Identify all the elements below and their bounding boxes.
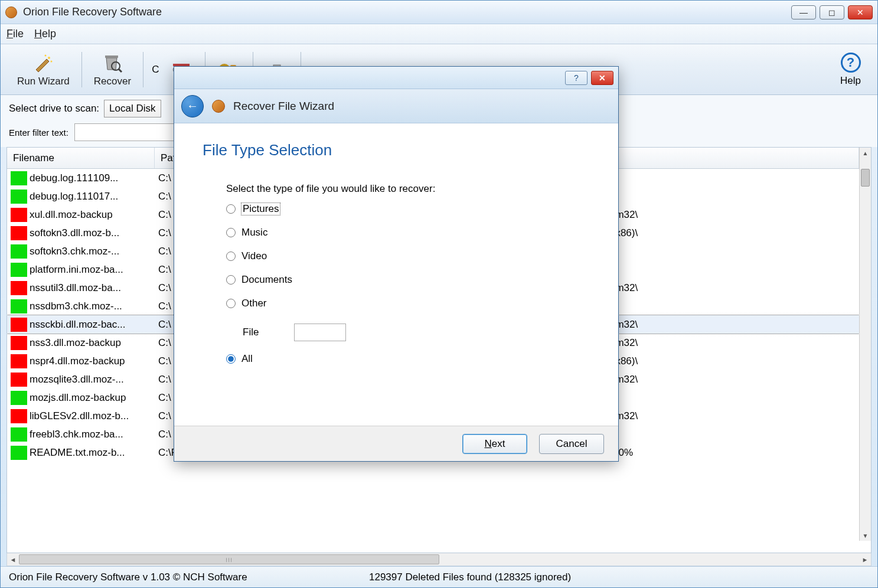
scroll-down-icon[interactable]: ▼ — [860, 530, 871, 541]
file-ext-input[interactable] — [294, 324, 346, 341]
radio-video-row[interactable]: Video — [226, 250, 585, 262]
drive-select[interactable]: Local Disk — [104, 100, 161, 117]
dialog-help-button[interactable]: ? — [565, 71, 587, 85]
file-ext-label: File — [243, 326, 259, 338]
radio-music-label: Music — [241, 227, 267, 239]
app-icon — [5, 6, 17, 18]
statusbar: Orion File Recovery Software v 1.03 © NC… — [1, 566, 877, 587]
radio-documents-label: Documents — [241, 274, 292, 286]
svg-point-0 — [48, 57, 50, 59]
radio-all-label: All — [241, 353, 253, 365]
scroll-left-icon[interactable]: ◄ — [7, 553, 19, 566]
status-count: 129397 Deleted Files found (128325 ignor… — [369, 571, 571, 583]
arrow-left-icon: ← — [187, 99, 198, 113]
cell-filename: nssckbi.dll.moz-bac... — [30, 319, 126, 331]
menu-file[interactable]: File — [6, 28, 24, 40]
radio-pictures[interactable] — [226, 204, 236, 214]
toolbar-divider — [81, 52, 82, 87]
minimize-button[interactable]: — — [791, 5, 816, 19]
radio-all-row[interactable]: All — [226, 353, 585, 365]
cell-filename: mozjs.dll.moz-backup — [30, 392, 126, 404]
hscroll-thumb[interactable]: ⁞⁞⁞ — [19, 554, 439, 564]
cell-filename: mozsqlite3.dll.moz-... — [30, 374, 124, 386]
cell-filename: platform.ini.moz-ba... — [30, 264, 123, 276]
filter-label: Enter filter text: — [9, 128, 68, 138]
dialog-heading: File Type Selection — [203, 141, 585, 159]
status-icon — [11, 373, 27, 387]
close-button[interactable]: ✕ — [848, 5, 873, 19]
dialog-body: File Type Selection Select the type of f… — [174, 123, 618, 426]
scroll-right-icon[interactable]: ► — [859, 553, 871, 566]
status-icon — [11, 208, 27, 222]
dialog-app-icon — [212, 100, 225, 113]
radio-video[interactable] — [226, 251, 236, 261]
run-wizard-label: Run Wizard — [17, 76, 70, 87]
cancel-button[interactable]: Cancel — [539, 434, 604, 454]
window-title: Orion File Recovery Software — [23, 6, 791, 18]
th-filename[interactable]: Filename — [7, 148, 155, 168]
radio-documents-row[interactable]: Documents — [226, 274, 585, 286]
scroll-thumb[interactable] — [861, 169, 870, 187]
status-icon — [11, 409, 27, 423]
dialog-title: Recover File Wizard — [233, 100, 334, 113]
next-button[interactable]: Next — [462, 434, 527, 454]
recover-button[interactable]: Recover — [83, 48, 142, 91]
radio-other[interactable] — [226, 299, 236, 308]
svg-point-2 — [51, 60, 53, 62]
cell-filename: nss3.dll.moz-backup — [30, 337, 121, 349]
status-icon — [11, 281, 27, 295]
status-icon — [11, 263, 27, 277]
status-version: Orion File Recovery Software v 1.03 © NC… — [9, 571, 369, 583]
radio-all[interactable] — [226, 354, 236, 364]
status-icon — [11, 244, 27, 259]
cell-filename: README.txt.moz-b... — [30, 447, 125, 459]
cell-filename: xul.dll.moz-backup — [30, 209, 113, 221]
menu-help[interactable]: Help — [34, 28, 56, 40]
svg-rect-7 — [173, 64, 190, 66]
horizontal-scrollbar[interactable]: ◄ ⁞⁞⁞ ► — [6, 553, 872, 566]
cell-filename: nspr4.dll.moz-backup — [30, 355, 125, 367]
menubar: File Help — [1, 24, 877, 44]
radio-music[interactable] — [226, 228, 236, 237]
radio-pictures-row[interactable]: Pictures — [226, 203, 585, 215]
status-icon — [11, 190, 27, 204]
cell-filename: softokn3.chk.moz-... — [30, 246, 119, 257]
select-drive-label: Select drive to scan: — [9, 103, 99, 115]
svg-point-1 — [45, 54, 47, 56]
cell-filename: nssutil3.dll.moz-ba... — [30, 282, 121, 294]
back-button[interactable]: ← — [181, 95, 204, 117]
svg-line-5 — [119, 69, 122, 72]
status-icon — [11, 318, 27, 332]
status-icon — [11, 446, 27, 460]
status-icon — [11, 171, 27, 185]
status-icon — [11, 299, 27, 313]
radio-other-row[interactable]: Other — [226, 298, 585, 309]
run-wizard-button[interactable]: Run Wizard — [6, 48, 80, 91]
status-icon — [11, 427, 27, 442]
svg-rect-3 — [105, 55, 118, 58]
partial-button-c: C — [145, 64, 159, 76]
vertical-scrollbar[interactable]: ▲ ▼ — [859, 148, 871, 541]
dialog-footer: Next Cancel — [174, 426, 618, 461]
status-icon — [11, 391, 27, 405]
toolbar-divider — [143, 52, 143, 87]
dialog-header: ← Recover File Wizard — [174, 89, 618, 123]
scroll-up-icon[interactable]: ▲ — [860, 148, 871, 158]
status-icon — [11, 336, 27, 350]
cell-filename: libGLESv2.dll.moz-b... — [30, 410, 129, 422]
help-button[interactable]: ? Help — [830, 49, 872, 90]
dialog-prompt: Select the type of file you would like t… — [226, 183, 585, 195]
radio-music-row[interactable]: Music — [226, 227, 585, 239]
radio-pictures-label: Pictures — [241, 203, 280, 215]
cell-filename: softokn3.dll.moz-b... — [30, 227, 119, 239]
status-icon — [11, 354, 27, 368]
dialog-titlebar: ? ✕ — [174, 67, 618, 89]
filter-input[interactable] — [74, 123, 181, 141]
cell-filename: debug.log.111017... — [30, 191, 118, 202]
dialog-close-button[interactable]: ✕ — [591, 71, 613, 85]
recover-wizard-dialog: ? ✕ ← Recover File Wizard File Type Sele… — [174, 66, 619, 462]
status-icon — [11, 226, 27, 240]
maximize-button[interactable]: ◻ — [820, 5, 844, 19]
radio-documents[interactable] — [226, 275, 236, 285]
cell-filename: debug.log.111109... — [30, 172, 118, 184]
